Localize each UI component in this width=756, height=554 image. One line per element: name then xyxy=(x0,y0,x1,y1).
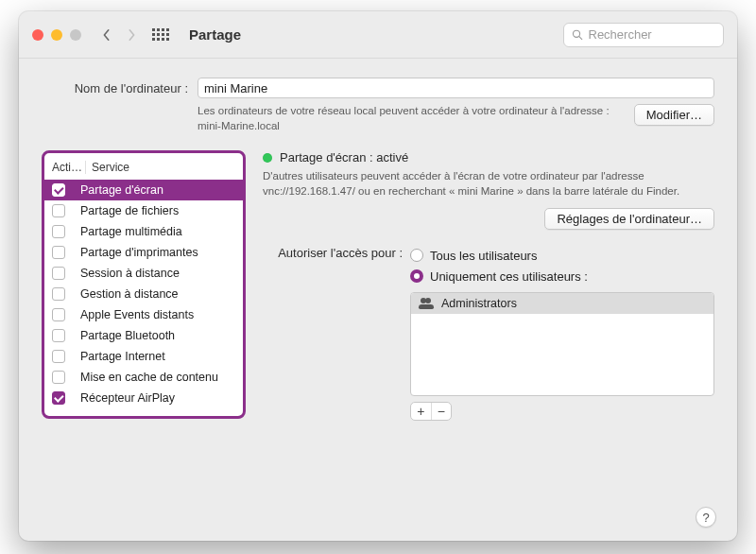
users-group-icon xyxy=(419,298,434,309)
service-checkbox[interactable] xyxy=(52,246,65,259)
services-list: Partage d'écranPartage de fichiersPartag… xyxy=(44,180,243,408)
page-title: Partage xyxy=(189,26,241,43)
service-checkbox[interactable] xyxy=(52,329,65,342)
service-row[interactable]: Mise en cache de contenu xyxy=(44,367,243,388)
service-row[interactable]: Partage Bluetooth xyxy=(44,325,243,346)
status-line: Partage d'écran : activé xyxy=(263,150,714,164)
preferences-window: Partage Nom de l'ordinateur : Les ordina… xyxy=(19,11,737,541)
computer-name-input[interactable] xyxy=(198,78,714,98)
back-button[interactable] xyxy=(98,25,115,45)
services-panel: Acti… Service Partage d'écranPartage de … xyxy=(42,150,246,419)
radio-all-users[interactable]: Tous les utilisateurs xyxy=(410,245,714,266)
allowed-users-list[interactable]: Administrators xyxy=(410,292,714,396)
forward-button[interactable] xyxy=(123,25,140,45)
service-label: Partage Bluetooth xyxy=(80,329,175,342)
service-label: Partage d'écran xyxy=(80,183,163,197)
column-active[interactable]: Acti… xyxy=(52,161,86,174)
service-checkbox[interactable] xyxy=(52,391,65,405)
add-remove-buttons: + − xyxy=(410,402,452,421)
remove-user-button[interactable]: − xyxy=(432,403,452,420)
toolbar: Partage xyxy=(19,11,737,59)
service-checkbox[interactable] xyxy=(52,287,65,301)
radio-only-label: Uniquement ces utilisateurs : xyxy=(430,269,588,284)
service-checkbox[interactable] xyxy=(52,350,65,363)
service-row[interactable]: Partage multimédia xyxy=(44,221,243,242)
add-user-button[interactable]: + xyxy=(411,403,432,420)
computer-settings-button[interactable]: Réglages de l'ordinateur… xyxy=(544,208,714,230)
service-checkbox[interactable] xyxy=(52,267,65,280)
help-button[interactable]: ? xyxy=(696,507,716,528)
service-label: Partage multimédia xyxy=(80,225,182,238)
radio-icon xyxy=(410,269,423,283)
service-row[interactable]: Partage d'écran xyxy=(44,180,243,200)
service-label: Session à distance xyxy=(80,267,180,280)
access-label: Autoriser l'accès pour : xyxy=(263,245,403,260)
service-checkbox[interactable] xyxy=(52,308,65,321)
status-title: Partage d'écran : activé xyxy=(280,150,408,164)
service-checkbox[interactable] xyxy=(52,204,65,217)
service-row[interactable]: Partage Internet xyxy=(44,346,243,367)
service-label: Partage de fichiers xyxy=(80,204,179,217)
service-row[interactable]: Partage d'imprimantes xyxy=(44,242,243,263)
modify-button[interactable]: Modifier… xyxy=(634,104,714,126)
service-label: Gestion à distance xyxy=(80,287,179,301)
radio-all-label: Tous les utilisateurs xyxy=(430,249,537,263)
status-dot-icon xyxy=(263,153,272,163)
service-checkbox[interactable] xyxy=(52,183,65,197)
service-label: Partage Internet xyxy=(80,350,165,363)
status-description: D'autres utilisateurs peuvent accéder à … xyxy=(263,168,714,199)
services-header: Acti… Service xyxy=(44,157,243,180)
computer-name-label: Nom de l'ordinateur : xyxy=(42,81,188,95)
service-row[interactable]: Partage de fichiers xyxy=(44,200,243,221)
service-checkbox[interactable] xyxy=(52,371,65,384)
service-label: Récepteur AirPlay xyxy=(80,391,175,405)
minimize-icon[interactable] xyxy=(51,29,62,41)
service-row[interactable]: Gestion à distance xyxy=(44,284,243,304)
computer-name-description: Les ordinateurs de votre réseau local pe… xyxy=(198,104,625,133)
content: Nom de l'ordinateur : Les ordinateurs de… xyxy=(19,59,737,541)
show-all-button[interactable] xyxy=(151,26,170,44)
service-label: Mise en cache de contenu xyxy=(80,371,218,384)
radio-only-users[interactable]: Uniquement ces utilisateurs : xyxy=(410,266,714,286)
service-row[interactable]: Récepteur AirPlay xyxy=(44,388,243,408)
service-detail: Partage d'écran : activé D'autres utilis… xyxy=(263,150,714,421)
radio-icon xyxy=(410,249,423,262)
service-label: Partage d'imprimantes xyxy=(80,246,198,259)
user-row[interactable]: Administrators xyxy=(411,293,713,314)
close-icon[interactable] xyxy=(32,29,43,41)
search-input[interactable] xyxy=(589,27,716,42)
maximize-icon xyxy=(70,29,81,41)
service-checkbox[interactable] xyxy=(52,225,65,238)
column-service[interactable]: Service xyxy=(86,161,235,174)
service-label: Apple Events distants xyxy=(80,308,194,321)
service-row[interactable]: Apple Events distants xyxy=(44,304,243,325)
search-icon xyxy=(572,28,583,41)
svg-line-1 xyxy=(579,37,582,40)
window-controls xyxy=(32,29,81,41)
search-field[interactable] xyxy=(563,23,724,47)
service-row[interactable]: Session à distance xyxy=(44,263,243,284)
user-name: Administrators xyxy=(441,297,517,310)
